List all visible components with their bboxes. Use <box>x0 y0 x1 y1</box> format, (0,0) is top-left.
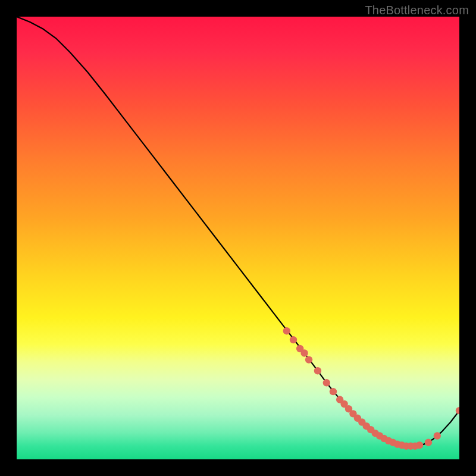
watermark-text: TheBottleneck.com <box>365 4 469 17</box>
chart-svg <box>17 17 459 459</box>
marker-point <box>425 439 432 446</box>
marker-point <box>305 356 312 363</box>
marker-point <box>314 367 321 374</box>
marker-point <box>330 388 337 395</box>
marker-point <box>323 379 330 386</box>
marker-point <box>456 407 459 414</box>
marker-point <box>283 327 290 334</box>
chart-root: TheBottleneck.com <box>0 0 476 476</box>
marker-point <box>416 441 423 449</box>
marker-point <box>434 432 441 439</box>
marker-point <box>290 336 297 343</box>
curve-line <box>17 17 459 446</box>
curve-markers <box>283 327 459 450</box>
marker-point <box>300 349 308 356</box>
plot-area <box>17 17 459 459</box>
